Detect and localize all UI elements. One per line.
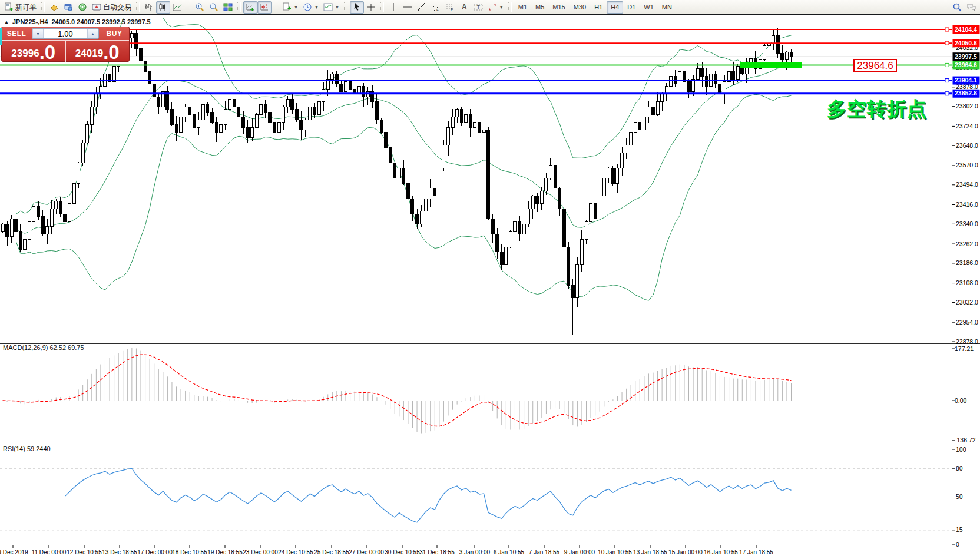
sell-button[interactable]: SELL [2,27,31,40]
hline-icon [403,2,412,12]
chart-shift-button[interactable] [257,1,272,14]
tf-d1-label: D1 [627,4,635,11]
chevron-down-icon: ▼ [314,5,319,9]
buy-price-main: 24019 [75,48,103,58]
data-window-button[interactable] [61,1,75,14]
svg-text:31 Dec 18:55: 31 Dec 18:55 [419,549,455,555]
svg-text:23648.0: 23648.0 [956,142,978,149]
chart-annotation-text[interactable]: 多空转折点 [827,96,927,123]
tf-mn-button[interactable]: MN [658,1,676,14]
tf-h4-button[interactable]: H4 [607,1,623,14]
toolbar-separator [344,2,347,12]
tf-mn-label: MN [662,4,672,11]
svg-text:16 Jan 10:55: 16 Jan 10:55 [704,549,738,555]
navigator-button[interactable] [75,1,90,14]
collapse-triangle-icon[interactable]: ▲ [4,19,9,25]
tf-w1-button[interactable]: W1 [640,1,658,14]
bar-chart-button[interactable] [142,1,156,14]
toolbar-group: 新订单 [2,1,39,14]
svg-text:23108.0: 23108.0 [956,279,978,286]
indicators-icon [323,2,333,12]
buy-button[interactable]: BUY [100,27,129,40]
cursor-icon [352,2,362,12]
svg-text:23032.0: 23032.0 [956,299,978,306]
svg-text:22954.0: 22954.0 [956,319,978,326]
toolbar-group [193,1,235,14]
svg-text:23997.5: 23997.5 [955,53,977,60]
toolbar-group: ▼▼▼ [280,1,342,14]
tf-m30-button[interactable]: M30 [570,1,590,14]
chevron-down-icon: ▼ [499,5,504,9]
volume-decrease-button[interactable]: ▼ [32,29,44,38]
text-button[interactable]: A [457,1,471,14]
toolbar-separator [41,2,45,12]
volume-input[interactable]: 1.00 [44,29,87,38]
tile-windows-icon [223,2,233,12]
svg-text:80: 80 [956,465,963,472]
crosshair-icon [366,2,376,12]
volume-stepper: ▼ 1.00 ▲ [32,28,99,39]
autotrading-icon [92,2,101,12]
svg-text:22878.0: 22878.0 [956,338,978,345]
toolbar-separator [237,2,241,12]
toolbar-group: EFAT▼ [386,1,506,14]
auto-scroll-button[interactable] [243,1,257,14]
svg-text:0.00: 0.00 [955,397,967,404]
text-icon: A [459,2,469,12]
sell-price-main: 23996 [11,48,39,58]
arrows-button[interactable]: ▼ [485,1,506,14]
line-chart-button[interactable] [170,1,184,14]
svg-text:50: 50 [956,493,963,500]
new-template-button[interactable]: ▼ [280,1,300,14]
toolbar-separator [274,2,277,12]
tf-m5-button[interactable]: M5 [531,1,548,14]
tf-h1-button[interactable]: H1 [590,1,607,14]
label-icon: T [474,2,483,12]
zoom-in-button[interactable] [193,1,207,14]
equidistant-channel-button[interactable]: E [429,1,443,14]
chat-icon [966,2,976,12]
toolbar-separator [380,2,384,12]
vertical-line-button[interactable] [386,1,400,14]
periods-button[interactable]: ▼ [300,1,321,14]
svg-text:23904.1: 23904.1 [955,77,977,84]
toolbar-separator [508,2,512,12]
price-callout-label[interactable]: 23964.6 [853,59,897,72]
chart-canvas[interactable]: 24032.023956.023878.023802.023724.023648… [0,0,980,559]
tf-d1-button[interactable]: D1 [623,1,640,14]
tile-windows-button[interactable] [221,1,235,14]
data-window-icon [64,2,73,12]
crosshair-button[interactable] [364,1,378,14]
cursor-button[interactable] [350,1,364,14]
search-button[interactable] [950,1,964,14]
toolbar-group [950,1,978,14]
community-button[interactable] [964,1,978,14]
bar-chart-icon [144,2,154,12]
tf-m15-button[interactable]: M15 [548,1,569,14]
toolbar-group: 自动交易 [47,1,134,14]
text-label-button[interactable]: T [471,1,485,14]
vline-icon [389,2,398,12]
toolbar-separator [187,2,190,12]
fibonacci-button[interactable]: F [443,1,457,14]
market-watch-button[interactable] [47,1,61,14]
zoom-out-button[interactable] [207,1,221,14]
svg-text:T: T [476,4,480,10]
panel-collapse-handle[interactable] [0,28,2,45]
line-chart-icon [173,2,182,12]
new-order-button[interactable]: 新订单 [2,1,39,14]
buy-price[interactable]: 24019 .0 [66,41,130,62]
svg-text:17 Jan 18:55: 17 Jan 18:55 [739,549,773,555]
trendline-button[interactable] [415,1,429,14]
sell-price[interactable]: 23996 .0 [2,41,66,62]
candlestick-chart-button[interactable] [156,1,170,14]
volume-increase-button[interactable]: ▲ [87,29,98,38]
horizontal-line-button[interactable] [400,1,415,14]
arrows-icon [488,2,497,12]
tf-m1-button[interactable]: M1 [514,1,531,14]
indicators-list-button[interactable]: ▼ [321,1,342,14]
svg-text:25 Dec 18:55: 25 Dec 18:55 [314,549,349,555]
tf-w1-label: W1 [644,4,654,11]
svg-text:23724.0: 23724.0 [956,123,978,130]
auto-trading-button[interactable]: 自动交易 [90,1,134,14]
